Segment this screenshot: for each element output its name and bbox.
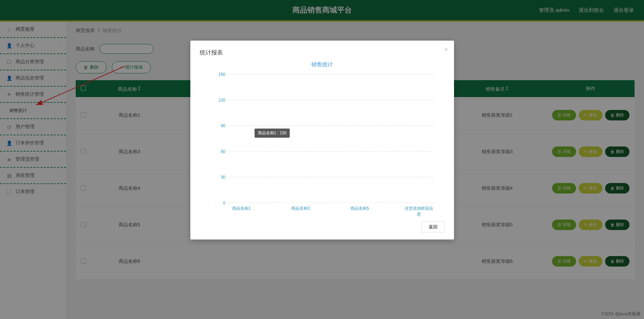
grid-line bbox=[227, 74, 434, 74]
chart-title: 销售统计 bbox=[200, 61, 445, 68]
modal-footer: 返回 bbox=[200, 221, 445, 233]
x-label: 商品名称3 bbox=[286, 206, 315, 213]
y-tick: 120 bbox=[218, 98, 225, 102]
x-label: 这里添加鲜花信息 bbox=[404, 206, 433, 213]
close-icon[interactable]: × bbox=[444, 46, 448, 53]
watermark: CSDN @java李杨勇 bbox=[601, 311, 641, 317]
chart-bars bbox=[227, 74, 434, 203]
chart-y-axis: 0306090120150 bbox=[211, 74, 227, 203]
chart-plot bbox=[227, 74, 434, 203]
modal-title: 统计报表 bbox=[200, 49, 445, 56]
grid-line bbox=[227, 151, 434, 152]
grid-line bbox=[227, 203, 434, 203]
grid-line bbox=[227, 177, 434, 177]
modal-mask: 统计报表 × 销售统计 0306090120150 商品名称1商品名称3商品名称… bbox=[0, 0, 644, 319]
y-tick: 30 bbox=[221, 175, 225, 180]
chart-tooltip: 商品名称1 : 130 bbox=[255, 129, 290, 138]
x-label bbox=[256, 206, 286, 213]
y-tick: 150 bbox=[218, 72, 225, 77]
chart-area: 0306090120150 商品名称1商品名称3商品名称5这里添加鲜花信息 商品… bbox=[211, 74, 434, 213]
x-label: 商品名称5 bbox=[345, 206, 374, 213]
report-modal: 统计报表 × 销售统计 0306090120150 商品名称1商品名称3商品名称… bbox=[190, 41, 454, 240]
chart-x-axis: 商品名称1商品名称3商品名称5这里添加鲜花信息 bbox=[227, 206, 434, 213]
y-tick: 90 bbox=[221, 123, 225, 128]
grid-line bbox=[227, 126, 434, 126]
back-button[interactable]: 返回 bbox=[422, 221, 445, 233]
y-tick: 0 bbox=[223, 201, 225, 205]
x-label bbox=[315, 206, 345, 213]
y-tick: 60 bbox=[221, 149, 225, 154]
grid-line bbox=[227, 100, 434, 100]
x-label: 商品名称1 bbox=[227, 206, 256, 213]
x-label bbox=[375, 206, 404, 213]
